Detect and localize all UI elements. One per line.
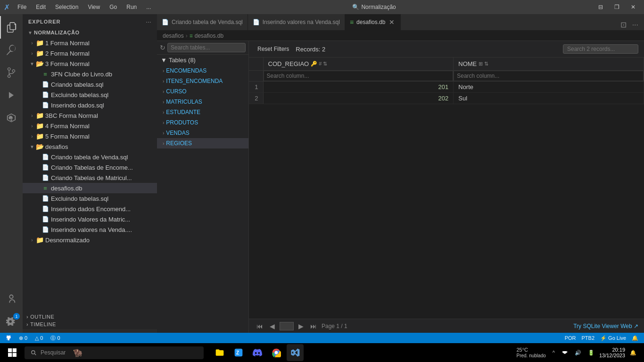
sidebar-item-desnormalizado[interactable]: › 📁 Desnormalizado (23, 235, 157, 245)
activity-extensions[interactable] (0, 107, 23, 129)
taskbar-discord[interactable] (249, 344, 266, 361)
more-actions-button[interactable]: ··· (630, 20, 640, 30)
workspace-root[interactable]: ▼ NORMALIZAÇÃO (23, 27, 157, 38)
menu-selection[interactable]: Selection (51, 3, 82, 11)
menu-view[interactable]: View (84, 3, 104, 11)
table-item-encomendas[interactable]: › ENCOMENDAS (157, 66, 248, 76)
activity-search[interactable] (0, 39, 23, 61)
statusbar-left: ⊗ 0 △ 0 ⓪ 0 (4, 335, 62, 342)
breadcrumb-desafios-db[interactable]: desafios.db (195, 33, 223, 39)
sidebar-item-inserindo-dados[interactable]: 📄 Inserindo dados.sql (23, 100, 157, 110)
taskbar-copilot-icon: 🦬 (73, 348, 83, 357)
remote-button[interactable] (4, 335, 13, 341)
tables-search-input[interactable] (167, 43, 246, 52)
table-item-produtos[interactable]: › PRODUTOS (157, 117, 248, 128)
page-next-button[interactable]: ▶ (297, 321, 305, 331)
search-records-input[interactable] (563, 44, 638, 54)
outline-section[interactable]: › OUTLINE (23, 313, 157, 321)
info-button[interactable]: ⓪ 0 (49, 335, 62, 342)
warnings-button[interactable]: △ 0 (33, 335, 45, 341)
menu-more[interactable]: ... (142, 3, 155, 11)
activity-source-control[interactable] (0, 61, 23, 84)
tray-volume[interactable]: 🔊 (573, 349, 583, 357)
sidebar-item-3bc[interactable]: › 📁 3BC Forma Normal (23, 110, 157, 121)
tab-inserindo-venda[interactable]: 📄 Inserindo valores na Venda.sql (248, 14, 345, 30)
table-item-estudante[interactable]: › ESTUDANTE (157, 107, 248, 117)
notification-bell[interactable]: 🔔 (630, 335, 640, 341)
taskbar-file-explorer[interactable] (211, 344, 228, 361)
sidebar-item-d-inserindo-matr[interactable]: 📄 Inserindo Valores da Matric... (23, 214, 157, 224)
sidebar-item-criando-tabelas[interactable]: 📄 Criando tabelas.sql (23, 79, 157, 90)
refresh-button[interactable]: ↻ (160, 44, 165, 51)
tables-header[interactable]: ▼ Tables (8) (157, 55, 248, 66)
page-prev-button[interactable]: ◀ (268, 321, 277, 331)
breadcrumb-desafios[interactable]: desafios (163, 33, 184, 39)
sidebar-item-d-criando-encom[interactable]: 📄 Criando Tabelas de Encome... (23, 162, 157, 173)
clock[interactable]: 20:19 13/12/2023 (599, 347, 625, 358)
records-count-label: Records: 2 (296, 46, 325, 53)
page-last-button[interactable]: ⏭ (308, 321, 319, 331)
timeline-section[interactable]: › TIMELINE (23, 321, 157, 328)
taskbar-chrome[interactable] (268, 344, 285, 361)
menu-go[interactable]: Go (106, 3, 121, 11)
go-live-button[interactable]: ⚡ Go Live (598, 335, 628, 341)
sidebar-item-3fn-clube[interactable]: ≡ 3FN Clube do Livro.db (23, 69, 157, 79)
table-item-regioes[interactable]: › REGIOES (157, 138, 248, 148)
tab-close-button[interactable]: ✕ (388, 18, 396, 26)
encoding-button[interactable]: PTB2 (580, 335, 597, 341)
minimize-button[interactable]: ⊟ (594, 3, 608, 11)
sidebar-item-5forma[interactable]: › 📁 5 Forma Normal (23, 131, 157, 141)
reset-filters-button[interactable]: Reset Filters (255, 45, 292, 53)
sidebar-item-d-criando-matr[interactable]: 📄 Criando Tabelas de Matricul... (23, 173, 157, 183)
sidebar-item-3forma[interactable]: ▼ 📂 3 Forma Normal (23, 58, 157, 69)
sidebar-item-d-criando-venda[interactable]: 📄 Criando tabela de Venda.sql (23, 152, 157, 162)
tray-chevron[interactable]: ^ (551, 349, 557, 356)
sidebar-item-d-excluindo[interactable]: 📄 Excluindo tabelas.sql (23, 193, 157, 204)
table-item-curso[interactable]: › CURSO (157, 86, 248, 97)
sidebar-item-4forma[interactable]: › 📁 4 Forma Normal (23, 121, 157, 131)
page-number-input[interactable]: 1 (280, 322, 294, 330)
spacer7 (34, 174, 41, 181)
tab-desafios-db[interactable]: ≡ desafios.db ✕ (345, 14, 401, 30)
table-item-matriculas[interactable]: › MATRICULAS (157, 97, 248, 107)
sidebar-item-2forma[interactable]: › 📁 2 Forma Normal (23, 48, 157, 58)
menu-file[interactable]: File (14, 3, 30, 11)
activity-run-debug[interactable] (0, 84, 23, 107)
search-col-cod-regiao[interactable] (264, 71, 454, 81)
sidebar-item-desafios-db[interactable]: ≡ desafios.db (23, 183, 157, 193)
search-col-nome[interactable] (454, 71, 644, 81)
split-editor-button[interactable]: ⊡ (619, 19, 628, 30)
sidebar-actions[interactable]: ··· (146, 18, 151, 25)
menu-run[interactable]: Run (123, 3, 140, 11)
sidebar-item-d-inserindo-encom[interactable]: 📄 Inserindo dados Encomend... (23, 204, 157, 214)
sidebar-item-excluindo-tabelas[interactable]: 📄 Excluindo tabelas.sql (23, 90, 157, 100)
sqlite-viewer-link[interactable]: Try SQLite Viewer Web ↗ (573, 323, 638, 329)
maximize-button[interactable]: ❐ (610, 3, 624, 11)
sidebar-item-1forma[interactable]: › 📁 1 Forma Normal (23, 38, 157, 48)
activity-settings[interactable]: 1 (0, 310, 23, 333)
tray-network[interactable] (560, 348, 570, 357)
tray-weather[interactable]: 25°C Pred. nublado (514, 346, 547, 359)
taskbar-vscode[interactable] (287, 344, 304, 361)
close-button[interactable]: ✕ (626, 3, 640, 11)
sidebar-scrollbar[interactable] (23, 329, 157, 333)
language-button[interactable]: POR (563, 335, 578, 341)
taskbar-search-box[interactable]: Pesquisar 🦬 (25, 346, 204, 359)
table-item-vendas[interactable]: › VENDAS (157, 128, 248, 138)
activity-explorer[interactable] (0, 16, 23, 39)
tray-notification[interactable]: 🔔 (628, 349, 638, 357)
errors-button[interactable]: ⊗ 0 (17, 335, 29, 341)
page-first-button[interactable]: ⏮ (255, 321, 265, 331)
sidebar-item-desafios[interactable]: ▼ 📂 desafios (23, 141, 157, 152)
start-button[interactable] (4, 344, 21, 361)
taskbar-zoom[interactable]: Z (230, 344, 247, 361)
table-item-itens-encomenda[interactable]: › ITENS_ENCOMENDA (157, 76, 248, 86)
menu-edit[interactable]: Edit (32, 3, 50, 11)
sidebar-item-d-inserindo-venda[interactable]: 📄 Inserindo valores na Venda.... (23, 224, 157, 235)
tab-criando-venda[interactable]: 📄 Criando tabela de Venda.sql (157, 14, 248, 30)
activity-accounts[interactable] (0, 288, 23, 310)
table-chevron-vendas: › (163, 131, 164, 136)
table-label-curso: CURSO (166, 88, 186, 95)
tray-battery[interactable]: 🔋 (586, 349, 596, 357)
title-search-text[interactable]: Normalização (361, 4, 396, 10)
